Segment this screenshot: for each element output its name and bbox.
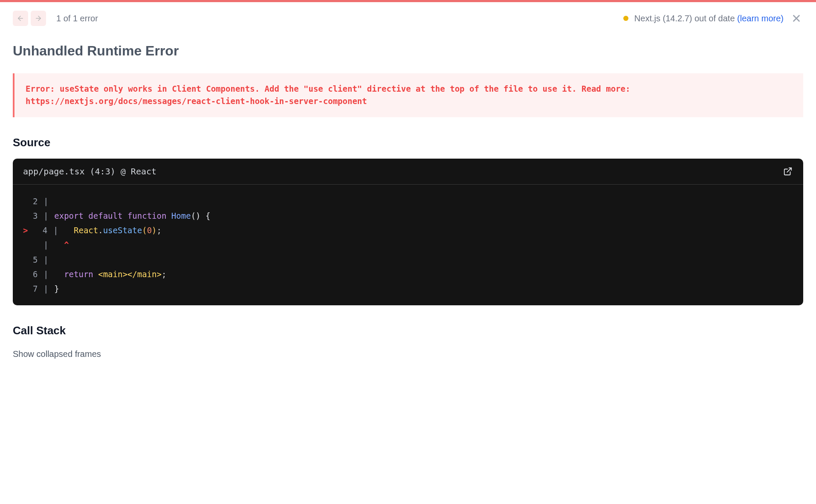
- error-title: Unhandled Runtime Error: [13, 43, 803, 59]
- overlay-header: 1 of 1 error Next.js (14.2.7) out of dat…: [13, 11, 803, 26]
- external-link-icon: [783, 167, 793, 176]
- file-location: app/page.tsx (4:3) @ React: [23, 166, 156, 177]
- code-line: 5 |: [23, 252, 793, 267]
- code-line-caret: | ^: [23, 238, 793, 252]
- arrow-right-icon: [35, 14, 42, 22]
- code-header: app/page.tsx (4:3) @ React: [13, 159, 803, 185]
- status-dot-icon: [623, 16, 628, 21]
- error-nav: [13, 11, 46, 26]
- error-overlay-container: 1 of 1 error Next.js (14.2.7) out of dat…: [0, 2, 816, 376]
- gutter: 4: [33, 223, 47, 238]
- svg-line-4: [787, 168, 791, 172]
- code-body: 2 | 3 | export default function Home() {…: [13, 185, 803, 305]
- next-error-button[interactable]: [31, 11, 46, 26]
- gutter: 3: [23, 209, 38, 223]
- code-line-error: > 4 | React.useState(0);: [23, 223, 793, 238]
- source-heading: Source: [13, 136, 803, 149]
- version-text: Next.js (14.2.7) out of date: [634, 14, 737, 23]
- gutter: 2: [23, 194, 38, 209]
- callstack-heading: Call Stack: [13, 324, 803, 337]
- header-left: 1 of 1 error: [13, 11, 98, 26]
- source-code-block: app/page.tsx (4:3) @ React 2 | 3 | expor…: [13, 159, 803, 305]
- header-right: Next.js (14.2.7) out of date (learn more…: [623, 12, 803, 25]
- close-icon: [791, 13, 802, 24]
- gutter: 5: [23, 252, 38, 267]
- arrow-left-icon: [17, 14, 24, 22]
- error-message-box: Error: useState only works in Client Com…: [13, 73, 803, 117]
- prev-error-button[interactable]: [13, 11, 28, 26]
- open-in-editor-button[interactable]: [783, 166, 793, 177]
- close-button[interactable]: [790, 12, 803, 25]
- code-line: 3 | export default function Home() {: [23, 209, 793, 223]
- error-count: 1 of 1 error: [56, 14, 98, 23]
- gutter: [23, 238, 38, 252]
- gutter: 7: [23, 281, 38, 296]
- code-line: 7 | }: [23, 281, 793, 296]
- learn-more-link[interactable]: (learn more): [737, 14, 784, 23]
- code-line: 2 |: [23, 194, 793, 209]
- code-line: 6 | return <main></main>;: [23, 267, 793, 281]
- gutter: 6: [23, 267, 38, 281]
- show-collapsed-frames[interactable]: Show collapsed frames: [13, 349, 101, 359]
- version-status: Next.js (14.2.7) out of date (learn more…: [634, 14, 784, 23]
